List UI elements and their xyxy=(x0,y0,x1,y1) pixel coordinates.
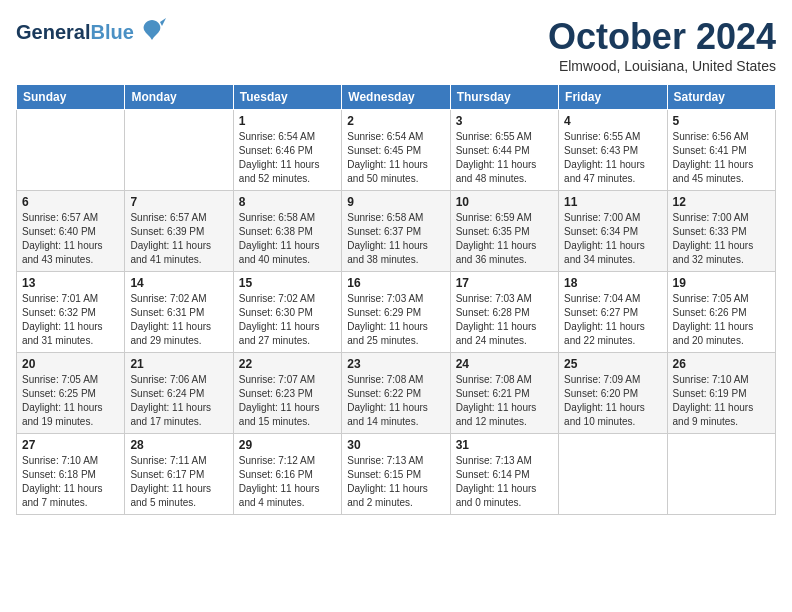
calendar-cell: 12Sunrise: 7:00 AM Sunset: 6:33 PM Dayli… xyxy=(667,191,775,272)
weekday-header-row: SundayMondayTuesdayWednesdayThursdayFrid… xyxy=(17,85,776,110)
day-detail: Sunrise: 6:59 AM Sunset: 6:35 PM Dayligh… xyxy=(456,211,553,267)
calendar-cell: 4Sunrise: 6:55 AM Sunset: 6:43 PM Daylig… xyxy=(559,110,667,191)
day-number: 31 xyxy=(456,438,553,452)
day-detail: Sunrise: 6:55 AM Sunset: 6:44 PM Dayligh… xyxy=(456,130,553,186)
weekday-header-monday: Monday xyxy=(125,85,233,110)
calendar-cell: 6Sunrise: 6:57 AM Sunset: 6:40 PM Daylig… xyxy=(17,191,125,272)
day-detail: Sunrise: 6:58 AM Sunset: 6:38 PM Dayligh… xyxy=(239,211,336,267)
day-number: 6 xyxy=(22,195,119,209)
calendar-cell: 22Sunrise: 7:07 AM Sunset: 6:23 PM Dayli… xyxy=(233,353,341,434)
day-number: 26 xyxy=(673,357,770,371)
day-detail: Sunrise: 6:54 AM Sunset: 6:45 PM Dayligh… xyxy=(347,130,444,186)
day-number: 23 xyxy=(347,357,444,371)
calendar-week-row: 1Sunrise: 6:54 AM Sunset: 6:46 PM Daylig… xyxy=(17,110,776,191)
day-number: 25 xyxy=(564,357,661,371)
calendar-cell xyxy=(559,434,667,515)
day-number: 3 xyxy=(456,114,553,128)
day-detail: Sunrise: 7:10 AM Sunset: 6:19 PM Dayligh… xyxy=(673,373,770,429)
day-number: 17 xyxy=(456,276,553,290)
day-number: 5 xyxy=(673,114,770,128)
day-number: 18 xyxy=(564,276,661,290)
logo-text: GeneralBlue xyxy=(16,21,134,44)
calendar-cell: 5Sunrise: 6:56 AM Sunset: 6:41 PM Daylig… xyxy=(667,110,775,191)
calendar-week-row: 6Sunrise: 6:57 AM Sunset: 6:40 PM Daylig… xyxy=(17,191,776,272)
day-detail: Sunrise: 7:05 AM Sunset: 6:26 PM Dayligh… xyxy=(673,292,770,348)
day-number: 10 xyxy=(456,195,553,209)
calendar-cell: 2Sunrise: 6:54 AM Sunset: 6:45 PM Daylig… xyxy=(342,110,450,191)
calendar-cell: 15Sunrise: 7:02 AM Sunset: 6:30 PM Dayli… xyxy=(233,272,341,353)
day-number: 11 xyxy=(564,195,661,209)
day-number: 30 xyxy=(347,438,444,452)
day-detail: Sunrise: 7:01 AM Sunset: 6:32 PM Dayligh… xyxy=(22,292,119,348)
calendar-cell: 24Sunrise: 7:08 AM Sunset: 6:21 PM Dayli… xyxy=(450,353,558,434)
day-number: 9 xyxy=(347,195,444,209)
calendar-cell: 13Sunrise: 7:01 AM Sunset: 6:32 PM Dayli… xyxy=(17,272,125,353)
day-number: 1 xyxy=(239,114,336,128)
calendar-cell: 10Sunrise: 6:59 AM Sunset: 6:35 PM Dayli… xyxy=(450,191,558,272)
day-number: 4 xyxy=(564,114,661,128)
day-detail: Sunrise: 7:02 AM Sunset: 6:30 PM Dayligh… xyxy=(239,292,336,348)
calendar-cell: 11Sunrise: 7:00 AM Sunset: 6:34 PM Dayli… xyxy=(559,191,667,272)
calendar-cell: 26Sunrise: 7:10 AM Sunset: 6:19 PM Dayli… xyxy=(667,353,775,434)
day-detail: Sunrise: 7:08 AM Sunset: 6:22 PM Dayligh… xyxy=(347,373,444,429)
calendar-week-row: 27Sunrise: 7:10 AM Sunset: 6:18 PM Dayli… xyxy=(17,434,776,515)
page-header: GeneralBlue October 2024 Elmwood, Louisi… xyxy=(16,16,776,74)
calendar-cell: 14Sunrise: 7:02 AM Sunset: 6:31 PM Dayli… xyxy=(125,272,233,353)
calendar-cell: 25Sunrise: 7:09 AM Sunset: 6:20 PM Dayli… xyxy=(559,353,667,434)
day-number: 8 xyxy=(239,195,336,209)
day-detail: Sunrise: 7:00 AM Sunset: 6:34 PM Dayligh… xyxy=(564,211,661,267)
day-number: 19 xyxy=(673,276,770,290)
month-year-title: October 2024 xyxy=(548,16,776,58)
weekday-header-wednesday: Wednesday xyxy=(342,85,450,110)
day-detail: Sunrise: 7:03 AM Sunset: 6:29 PM Dayligh… xyxy=(347,292,444,348)
day-detail: Sunrise: 7:12 AM Sunset: 6:16 PM Dayligh… xyxy=(239,454,336,510)
calendar-cell xyxy=(17,110,125,191)
day-number: 22 xyxy=(239,357,336,371)
day-detail: Sunrise: 6:58 AM Sunset: 6:37 PM Dayligh… xyxy=(347,211,444,267)
calendar-cell: 31Sunrise: 7:13 AM Sunset: 6:14 PM Dayli… xyxy=(450,434,558,515)
logo: GeneralBlue xyxy=(16,16,166,48)
day-detail: Sunrise: 7:05 AM Sunset: 6:25 PM Dayligh… xyxy=(22,373,119,429)
day-detail: Sunrise: 7:04 AM Sunset: 6:27 PM Dayligh… xyxy=(564,292,661,348)
day-detail: Sunrise: 6:56 AM Sunset: 6:41 PM Dayligh… xyxy=(673,130,770,186)
weekday-header-saturday: Saturday xyxy=(667,85,775,110)
day-number: 7 xyxy=(130,195,227,209)
calendar-cell: 27Sunrise: 7:10 AM Sunset: 6:18 PM Dayli… xyxy=(17,434,125,515)
day-detail: Sunrise: 7:06 AM Sunset: 6:24 PM Dayligh… xyxy=(130,373,227,429)
day-detail: Sunrise: 7:13 AM Sunset: 6:15 PM Dayligh… xyxy=(347,454,444,510)
location-subtitle: Elmwood, Louisiana, United States xyxy=(548,58,776,74)
day-number: 29 xyxy=(239,438,336,452)
calendar-cell: 30Sunrise: 7:13 AM Sunset: 6:15 PM Dayli… xyxy=(342,434,450,515)
calendar-cell: 8Sunrise: 6:58 AM Sunset: 6:38 PM Daylig… xyxy=(233,191,341,272)
calendar-week-row: 13Sunrise: 7:01 AM Sunset: 6:32 PM Dayli… xyxy=(17,272,776,353)
day-detail: Sunrise: 6:54 AM Sunset: 6:46 PM Dayligh… xyxy=(239,130,336,186)
calendar-cell: 16Sunrise: 7:03 AM Sunset: 6:29 PM Dayli… xyxy=(342,272,450,353)
calendar-cell xyxy=(125,110,233,191)
calendar-cell: 9Sunrise: 6:58 AM Sunset: 6:37 PM Daylig… xyxy=(342,191,450,272)
day-number: 28 xyxy=(130,438,227,452)
calendar-cell: 1Sunrise: 6:54 AM Sunset: 6:46 PM Daylig… xyxy=(233,110,341,191)
calendar-cell: 7Sunrise: 6:57 AM Sunset: 6:39 PM Daylig… xyxy=(125,191,233,272)
day-detail: Sunrise: 7:08 AM Sunset: 6:21 PM Dayligh… xyxy=(456,373,553,429)
day-number: 15 xyxy=(239,276,336,290)
day-number: 24 xyxy=(456,357,553,371)
calendar-cell: 23Sunrise: 7:08 AM Sunset: 6:22 PM Dayli… xyxy=(342,353,450,434)
day-detail: Sunrise: 7:03 AM Sunset: 6:28 PM Dayligh… xyxy=(456,292,553,348)
day-detail: Sunrise: 7:10 AM Sunset: 6:18 PM Dayligh… xyxy=(22,454,119,510)
calendar-week-row: 20Sunrise: 7:05 AM Sunset: 6:25 PM Dayli… xyxy=(17,353,776,434)
weekday-header-tuesday: Tuesday xyxy=(233,85,341,110)
calendar-cell: 17Sunrise: 7:03 AM Sunset: 6:28 PM Dayli… xyxy=(450,272,558,353)
logo-bird-icon xyxy=(138,16,166,48)
day-detail: Sunrise: 7:11 AM Sunset: 6:17 PM Dayligh… xyxy=(130,454,227,510)
calendar-cell: 3Sunrise: 6:55 AM Sunset: 6:44 PM Daylig… xyxy=(450,110,558,191)
calendar-cell: 21Sunrise: 7:06 AM Sunset: 6:24 PM Dayli… xyxy=(125,353,233,434)
day-detail: Sunrise: 6:57 AM Sunset: 6:39 PM Dayligh… xyxy=(130,211,227,267)
weekday-header-thursday: Thursday xyxy=(450,85,558,110)
day-detail: Sunrise: 7:13 AM Sunset: 6:14 PM Dayligh… xyxy=(456,454,553,510)
calendar-cell: 20Sunrise: 7:05 AM Sunset: 6:25 PM Dayli… xyxy=(17,353,125,434)
day-detail: Sunrise: 7:02 AM Sunset: 6:31 PM Dayligh… xyxy=(130,292,227,348)
calendar-cell xyxy=(667,434,775,515)
day-number: 20 xyxy=(22,357,119,371)
day-number: 12 xyxy=(673,195,770,209)
weekday-header-sunday: Sunday xyxy=(17,85,125,110)
